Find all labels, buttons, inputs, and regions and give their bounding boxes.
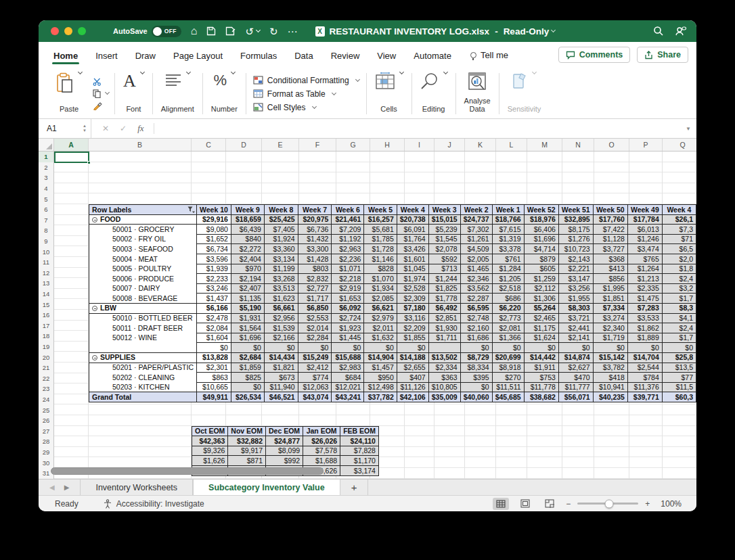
cell[interactable]: $0 [460, 382, 492, 392]
cell[interactable]: $1,778 [428, 294, 460, 304]
cell[interactable]: $42,106 [397, 392, 428, 402]
cell[interactable]: $2,081 [492, 323, 524, 333]
cell-styles-button[interactable]: Cell Styles [253, 103, 359, 112]
column-header-m[interactable]: M [527, 139, 562, 151]
cell[interactable]: $784 [627, 373, 662, 383]
row-label[interactable]: 50008 · BEVERAGE [89, 294, 197, 304]
cell[interactable]: $12,063 [298, 382, 332, 392]
cell[interactable]: $2,4 [662, 274, 696, 284]
editing-dropdown-icon[interactable] [443, 70, 448, 74]
cell[interactable]: $3,562 [460, 283, 492, 294]
row-header-8[interactable]: 8 [39, 225, 53, 236]
pivot-header-row-labels[interactable]: Row Labels [89, 205, 197, 215]
row-label[interactable]: 50006 · PRODUCE [89, 274, 197, 284]
cell[interactable]: $1,475 [627, 294, 662, 304]
comments-button[interactable]: Comments [558, 47, 631, 63]
cell[interactable]: $1,931 [231, 313, 264, 323]
cell[interactable]: $1,623 [264, 294, 298, 304]
cell[interactable]: $0 [397, 343, 428, 353]
cell[interactable]: $1,995 [593, 283, 627, 294]
cell[interactable]: $11,126 [397, 382, 428, 392]
cell[interactable]: $21,461 [332, 214, 364, 225]
cell[interactable]: $1,719 [593, 333, 627, 343]
zoom-window-button[interactable] [78, 27, 86, 35]
column-headers[interactable]: ABCDEFGHIJKLMNOPQ [39, 139, 696, 151]
cell[interactable]: $2,727 [298, 283, 332, 294]
row-header-30[interactable]: 30 [39, 457, 53, 468]
cell[interactable]: $10,805 [428, 382, 460, 392]
page-layout-view-button[interactable] [517, 498, 533, 510]
format-as-table-button[interactable]: Format as Table [253, 89, 359, 99]
cell[interactable]: $1,911 [524, 363, 558, 373]
tab-formulas[interactable]: Formulas [239, 45, 278, 66]
cell[interactable]: $20,975 [298, 214, 332, 225]
pivot-header-week-52[interactable]: Week 52 [524, 205, 558, 215]
cell[interactable]: $1,070 [364, 274, 397, 284]
cell[interactable]: $2,233 [197, 274, 231, 284]
cell[interactable]: $3,274 [593, 313, 627, 323]
cell[interactable]: $407 [397, 373, 428, 383]
cell[interactable]: $368 [593, 254, 627, 264]
cell[interactable]: $14,442 [524, 352, 558, 363]
cell[interactable]: $49,911 [197, 392, 231, 402]
cell[interactable]: $3,360 [264, 244, 298, 254]
cell[interactable]: $605 [524, 264, 558, 274]
cell[interactable]: $2,078 [428, 244, 460, 254]
cell[interactable]: $2,084 [197, 323, 231, 333]
row-label[interactable]: 50001 · GROCERY [89, 225, 197, 235]
cell[interactable]: $2,518 [492, 283, 524, 294]
cell[interactable]: $2,112 [524, 283, 558, 294]
cell[interactable]: $2,287 [460, 294, 492, 304]
cell[interactable]: $10,941 [593, 382, 627, 392]
cell[interactable]: $11,511 [492, 382, 524, 392]
cell[interactable]: $38,682 [524, 392, 558, 402]
cell[interactable]: $2,528 [397, 283, 428, 294]
formula-bar-expand-icon[interactable]: ▼ [686, 126, 691, 132]
cell[interactable]: $10,665 [197, 382, 231, 392]
cell[interactable]: $753 [524, 373, 558, 383]
column-header-n[interactable]: N [562, 139, 594, 151]
cell[interactable]: $1,624 [524, 333, 558, 343]
cell[interactable]: $2,236 [332, 254, 364, 264]
column-header-f[interactable]: F [299, 139, 336, 151]
row-label[interactable]: 50010 · BOTTLED BEER [89, 313, 197, 323]
cell[interactable]: $363 [428, 373, 460, 383]
cell[interactable]: $1,445 [332, 333, 364, 343]
row-header-15[interactable]: 15 [39, 299, 53, 310]
cell[interactable]: $2,340 [593, 323, 627, 333]
cell[interactable]: $684 [332, 373, 364, 383]
cell[interactable]: $46,521 [264, 392, 298, 402]
number-group-button[interactable]: % Number [204, 70, 244, 117]
cell[interactable]: $40,060 [460, 392, 492, 402]
cell[interactable]: $2,346 [460, 274, 492, 284]
cell[interactable]: $6,5 [662, 244, 696, 254]
cell[interactable]: $9,080 [197, 225, 231, 235]
cell[interactable]: $24,737 [460, 214, 492, 225]
cell[interactable]: $3,300 [298, 244, 332, 254]
cell[interactable]: $7,828 [340, 446, 379, 456]
cell[interactable]: $2,478 [197, 313, 231, 323]
cell[interactable]: $0 [524, 343, 558, 353]
cell[interactable]: $2,334 [428, 363, 460, 373]
cell[interactable] [428, 343, 460, 353]
cell[interactable]: $270 [492, 373, 524, 383]
cell[interactable]: $1,205 [492, 274, 524, 284]
conditional-formatting-button[interactable]: Conditional Formatting [253, 76, 359, 85]
cell[interactable]: $3,378 [492, 244, 524, 254]
row-header-12[interactable]: 12 [39, 268, 53, 279]
cell[interactable]: $7,283 [627, 303, 662, 313]
cell[interactable]: $12,021 [332, 382, 364, 392]
cell[interactable]: $3,2 [662, 283, 696, 294]
cell[interactable]: $45,685 [492, 392, 524, 402]
enter-icon[interactable]: ✓ [120, 124, 127, 133]
cell[interactable]: $3,256 [558, 283, 593, 294]
cell[interactable]: $7,302 [460, 225, 492, 235]
cell[interactable]: $39,771 [627, 392, 662, 402]
cell[interactable]: $2,441 [558, 323, 593, 333]
cell[interactable]: $8,918 [492, 363, 524, 373]
cell[interactable]: $2,014 [298, 323, 332, 333]
row-header-29[interactable]: 29 [39, 447, 53, 458]
cell[interactable]: $871 [228, 456, 266, 466]
pivot-header-week-3[interactable]: Week 3 [428, 205, 460, 215]
cell[interactable]: $470 [558, 373, 593, 383]
